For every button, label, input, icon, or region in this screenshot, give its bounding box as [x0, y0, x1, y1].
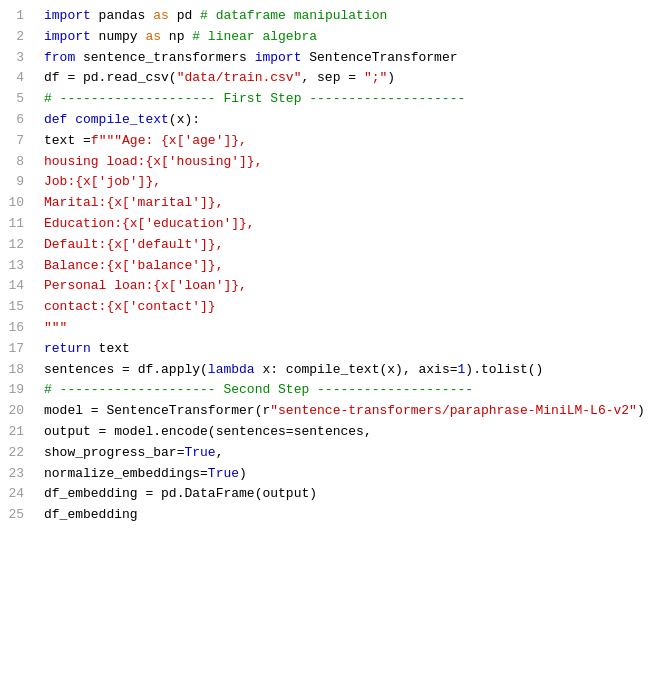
code-line: contact:{x['contact']}	[44, 297, 668, 318]
line-number: 23	[0, 464, 24, 485]
line-number: 18	[0, 360, 24, 381]
code-line: df_embedding = pd.DataFrame(output)	[44, 484, 668, 505]
line-number-gutter: 1234567891011121314151617181920212223242…	[0, 6, 32, 668]
var-token: sentences	[44, 362, 122, 377]
var-token: model.encode(sentences	[106, 424, 285, 439]
str-token: Balance:{x['balance']},	[44, 258, 223, 273]
str-token: "sentence-transformers/paraphrase-MiniLM…	[270, 403, 637, 418]
line-number: 11	[0, 214, 24, 235]
var-token: np	[161, 29, 192, 44]
kw2-token: as	[145, 29, 161, 44]
op-token: =	[286, 424, 294, 439]
code-line: Education:{x['education']},	[44, 214, 668, 235]
line-number: 24	[0, 484, 24, 505]
code-line: return text	[44, 339, 668, 360]
code-line: Job:{x['job']},	[44, 172, 668, 193]
op-token: =	[348, 70, 356, 85]
line-number: 6	[0, 110, 24, 131]
var-token: df_embedding	[44, 507, 138, 522]
var-token: text	[44, 133, 83, 148]
var-token: sentences,	[294, 424, 372, 439]
code-line: # -------------------- First Step ------…	[44, 89, 668, 110]
line-number: 5	[0, 89, 24, 110]
code-line: show_progress_bar=True,	[44, 443, 668, 464]
kw-token: lambda	[208, 362, 255, 377]
str-token: f"""Age: {x['age']},	[91, 133, 247, 148]
line-number: 14	[0, 276, 24, 297]
code-line: Default:{x['default']},	[44, 235, 668, 256]
code-line: """	[44, 318, 668, 339]
code-line: df_embedding	[44, 505, 668, 526]
code-line: sentences = df.apply(lambda x: compile_t…	[44, 360, 668, 381]
var-token: show_progress_bar	[44, 445, 177, 460]
code-line: output = model.encode(sentences=sentence…	[44, 422, 668, 443]
var-token: )	[637, 403, 645, 418]
code-line: text =f"""Age: {x['age']},	[44, 131, 668, 152]
line-number: 15	[0, 297, 24, 318]
code-line: def compile_text(x):	[44, 110, 668, 131]
line-number: 10	[0, 193, 24, 214]
str-token: contact:{x['contact']}	[44, 299, 216, 314]
kw-token: def	[44, 112, 67, 127]
kw-token: import	[255, 50, 302, 65]
var-token: df.apply(	[130, 362, 208, 377]
var-token: df_embedding	[44, 486, 145, 501]
line-number: 1	[0, 6, 24, 27]
var-token: (x):	[169, 112, 200, 127]
line-number: 22	[0, 443, 24, 464]
code-line: import pandas as pd # dataframe manipula…	[44, 6, 668, 27]
var-token: x: compile_text(x), axis	[255, 362, 450, 377]
line-number: 4	[0, 68, 24, 89]
var-token: pd.DataFrame(output)	[153, 486, 317, 501]
code-line: df = pd.read_csv("data/train.csv", sep =…	[44, 68, 668, 89]
var-token: normalize_embeddings	[44, 466, 200, 481]
op-token: =	[122, 362, 130, 377]
code-area: import pandas as pd # dataframe manipula…	[32, 6, 668, 668]
str-token: "data/train.csv"	[177, 70, 302, 85]
kw-token: from	[44, 50, 75, 65]
var-token: model	[44, 403, 91, 418]
str-token: """	[44, 320, 67, 335]
line-number: 12	[0, 235, 24, 256]
str-token: Job:{x['job']},	[44, 174, 161, 189]
line-number: 17	[0, 339, 24, 360]
var-token: )	[387, 70, 395, 85]
str-token: Personal loan:{x['loan']},	[44, 278, 247, 293]
cm-token: # linear algebra	[192, 29, 317, 44]
var-token: )	[239, 466, 247, 481]
line-number: 7	[0, 131, 24, 152]
var-token: ,	[216, 445, 224, 460]
str-token: Education:{x['education']},	[44, 216, 255, 231]
line-number: 20	[0, 401, 24, 422]
str-token: Marital:{x['marital']},	[44, 195, 223, 210]
line-number: 3	[0, 48, 24, 69]
code-line: Marital:{x['marital']},	[44, 193, 668, 214]
cm-token: # dataframe manipulation	[200, 8, 387, 23]
code-line: normalize_embeddings=True)	[44, 464, 668, 485]
line-number: 8	[0, 152, 24, 173]
var-token: , sep	[301, 70, 348, 85]
line-number: 21	[0, 422, 24, 443]
code-editor: 1234567891011121314151617181920212223242…	[0, 0, 668, 674]
line-number: 16	[0, 318, 24, 339]
code-line: Balance:{x['balance']},	[44, 256, 668, 277]
code-line: from sentence_transformers import Senten…	[44, 48, 668, 69]
op-token: =	[83, 133, 91, 148]
str-token: ";"	[364, 70, 387, 85]
var-token: SentenceTransformer	[301, 50, 457, 65]
code-line: housing load:{x['housing']},	[44, 152, 668, 173]
var-token: output	[44, 424, 99, 439]
var-token: ).tolist()	[465, 362, 543, 377]
op-token: =	[91, 403, 99, 418]
line-number: 25	[0, 505, 24, 526]
code-line: Personal loan:{x['loan']},	[44, 276, 668, 297]
code-line: # -------------------- Second Step -----…	[44, 380, 668, 401]
kw-token: True	[208, 466, 239, 481]
kw-token: return	[44, 341, 91, 356]
var-token: pandas	[91, 8, 153, 23]
var-token: pd.read_csv(	[75, 70, 176, 85]
var-token	[356, 70, 364, 85]
line-number: 13	[0, 256, 24, 277]
kw-token: import	[44, 29, 91, 44]
var-token: pd	[169, 8, 200, 23]
